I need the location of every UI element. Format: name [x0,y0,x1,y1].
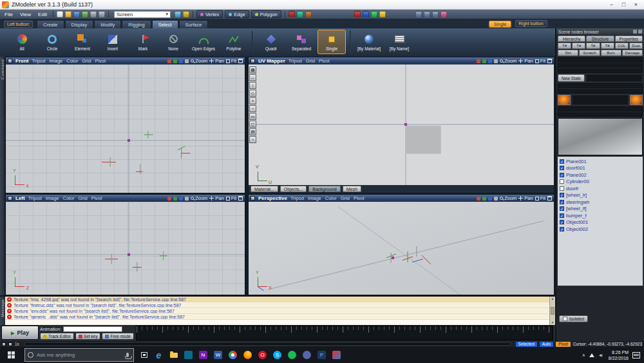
uv-diamond-icon[interactable]: ◇ [249,90,256,97]
error-message-row[interactable]: Texture "img_4298.jpg" was not found in … [5,297,549,302]
scale-tool-icon[interactable] [432,11,439,17]
fit-control[interactable]: Fit [535,58,545,64]
visibility-checkbox[interactable] [560,179,564,184]
move-tool-icon[interactable] [415,11,422,17]
message-tab[interactable]: Message [1,299,5,317]
screen-mode-select[interactable]: Screen [114,11,171,18]
viewport-menu-item[interactable]: Tripod [32,58,45,64]
texture-layer-button[interactable]: T# [572,43,585,49]
task-view-button[interactable] [137,347,151,363]
loop-toggle-icon[interactable] [2,342,6,346]
discord-icon[interactable] [299,347,314,363]
viewport-perspective[interactable]: Perspective TripodImageColorGridPivot Zo… [248,194,554,295]
skype-icon[interactable] [270,347,285,363]
store-icon[interactable] [181,347,196,363]
free-axis-icon[interactable] [494,197,498,201]
right-button-mode-chip[interactable]: Single [489,21,511,28]
viewport-menu-icon[interactable] [251,196,255,201]
y-axis-icon[interactable] [173,59,177,63]
viewport-menu-item[interactable]: Grid [341,195,350,201]
collapse-icon[interactable] [638,30,642,34]
viewport-menu-icon[interactable] [251,59,255,63]
viewport-perspective-canvas[interactable]: Y X [249,202,554,295]
select-open-edges-button[interactable]: Open Edges [189,30,218,54]
viewport-front-canvas[interactable]: Y X [6,64,245,193]
pan-control[interactable]: Pan [209,58,223,64]
state-button[interactable]: Burn [601,50,621,56]
uv-rect-icon[interactable]: ▭ [249,113,256,120]
sidebar-tab[interactable]: Properties [615,35,643,42]
play-button[interactable]: Play [1,326,39,340]
viewport-menu-item[interactable]: Tripod [28,195,42,201]
uv-tab[interactable]: Material... [251,186,278,192]
ribbon-tab[interactable]: Surface [179,20,209,28]
viewport-menu-item[interactable]: Grid [82,58,91,64]
mirror-icon[interactable] [289,11,295,17]
uv-tab[interactable]: Objects... [280,186,307,192]
material-slot-list[interactable] [558,57,643,73]
maximize-viewport-icon[interactable] [547,196,552,201]
viewport-menu-item[interactable]: Color [66,58,78,64]
viewport-menu-item[interactable]: Pivot [95,58,106,64]
texture-layer-button[interactable]: T# [558,43,571,49]
visibility-checkbox[interactable] [560,200,564,204]
maximize-viewport-icon[interactable] [238,59,243,63]
uv-add-icon[interactable]: + [249,97,256,104]
scrollbar-thumb[interactable] [551,307,554,315]
message-scrollbar[interactable] [549,297,555,325]
opera-icon[interactable] [255,347,270,363]
viewport-menu-item[interactable]: Grid [306,58,315,64]
viewport-title[interactable]: UV Mapper [258,58,285,64]
free-axis-icon[interactable] [185,59,189,63]
word-icon[interactable] [211,347,225,363]
ribbon-tab[interactable]: Create [37,20,64,28]
maximize-button[interactable] [618,0,630,9]
selected-indicator[interactable]: Selected [516,342,537,347]
viewport-menu-item[interactable]: Pivot [91,195,102,201]
pin-icon[interactable] [633,30,637,34]
visibility-checkbox[interactable] [560,186,564,191]
texture-layer-button[interactable]: Dust [629,43,643,49]
select-circle-button[interactable]: Circle [38,30,66,54]
tray-expand-icon[interactable] [582,352,585,358]
viewport-menu-item[interactable]: Color [325,195,337,201]
texture-browser-icon[interactable] [371,11,377,17]
ribbon-tab[interactable]: Select [152,20,178,28]
scene-node-row[interactable]: Plane001 [560,158,641,165]
photoshop-icon[interactable] [314,347,329,363]
select-element-button[interactable]: Element [68,30,97,54]
visibility-checkbox[interactable] [560,193,564,197]
state-slot[interactable] [586,74,643,82]
file-explorer-icon[interactable] [166,347,181,363]
sidebar-tab[interactable]: Hierarchy [558,35,585,42]
ribbon-tab[interactable]: Modify [94,20,121,28]
close-button[interactable] [630,0,642,9]
zoom-control[interactable]: Zoom [500,195,516,201]
select-separated-button[interactable]: Separated [287,30,316,54]
visibility-checkbox[interactable] [560,213,564,218]
track-editor-button[interactable]: Track Editor [40,333,74,340]
viewport-title[interactable]: Front [15,58,28,64]
pivot-indicator[interactable]: Pivot [556,342,570,347]
timeline-ruler[interactable] [136,326,553,340]
x-axis-icon[interactable] [477,59,480,63]
visibility-checkbox[interactable] [560,166,564,170]
y-axis-icon[interactable] [482,59,486,63]
select-all-button[interactable]: All [8,30,36,54]
texture-thumbnail[interactable] [630,95,643,105]
free-axis-icon[interactable] [185,197,189,201]
taskbar-search[interactable] [24,348,134,362]
open-file-icon[interactable] [65,11,71,17]
uv-rows-icon[interactable]: ▤ [249,128,256,135]
uv-vertical-icon[interactable]: ↕ [249,82,256,89]
pan-control[interactable]: Pan [518,195,533,201]
visibility-checkbox[interactable] [560,159,564,164]
paint-tool-icon[interactable] [440,11,447,17]
auto-indicator[interactable]: Auto [540,342,553,347]
viewport-menu-item[interactable]: Tripod [289,58,302,64]
isolated-toggle[interactable]: Isolated [559,315,588,322]
uv-move-icon[interactable]: ↔ [249,74,256,81]
visibility-checkbox[interactable] [560,206,564,211]
scene-node-row[interactable]: doorfr [560,185,641,192]
isolated-checkbox[interactable] [563,317,567,321]
